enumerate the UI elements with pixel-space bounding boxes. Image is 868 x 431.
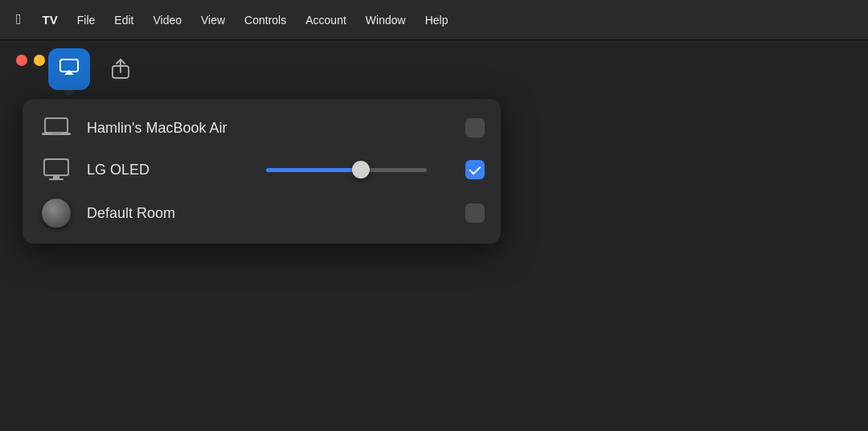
menu-video[interactable]: Video <box>143 0 191 39</box>
airplay-icon <box>58 56 80 82</box>
toolbar <box>48 48 138 90</box>
svg-rect-6 <box>51 133 61 134</box>
menu-account[interactable]: Account <box>296 0 356 39</box>
volume-slider-container[interactable] <box>266 168 427 172</box>
airplay-dropdown: Hamlin's MacBook Air LG OLED <box>23 99 501 244</box>
device-row-macbook[interactable]: Hamlin's MacBook Air <box>23 107 501 149</box>
svg-rect-9 <box>49 179 63 180</box>
macbook-device-name: Hamlin's MacBook Air <box>87 120 452 137</box>
menu-window[interactable]: Window <box>356 0 416 39</box>
share-button[interactable] <box>103 51 138 87</box>
apple-menu[interactable]:  <box>10 0 33 39</box>
minimize-button[interactable] <box>34 55 45 66</box>
menu-view[interactable]: View <box>191 0 235 39</box>
menu-edit[interactable]: Edit <box>104 0 143 39</box>
menubar:  TV File Edit Video View Controls Accou… <box>0 0 868 40</box>
menu-tv[interactable]: TV <box>33 0 68 39</box>
menu-controls[interactable]: Controls <box>235 0 296 39</box>
share-icon <box>110 58 131 80</box>
device-row-default-room[interactable]: Default Room <box>23 191 501 236</box>
volume-slider[interactable] <box>266 168 427 172</box>
svg-rect-8 <box>53 175 59 179</box>
close-button[interactable] <box>16 55 27 66</box>
window-content: Hamlin's MacBook Air LG OLED <box>0 40 868 431</box>
macbook-checkbox[interactable] <box>465 118 485 138</box>
default-room-checkbox[interactable] <box>465 203 485 223</box>
airplay-button[interactable] <box>48 48 90 90</box>
menu-file[interactable]: File <box>68 0 105 39</box>
lg-oled-checkbox[interactable] <box>465 160 485 179</box>
device-row-lg-oled[interactable]: LG OLED <box>23 149 501 191</box>
monitor-icon <box>39 157 74 183</box>
laptop-icon <box>39 115 74 141</box>
svg-rect-4 <box>45 118 68 133</box>
svg-rect-0 <box>60 60 78 72</box>
default-room-device-name: Default Room <box>87 205 452 222</box>
homepod-icon <box>39 199 74 228</box>
svg-rect-7 <box>44 159 68 175</box>
menu-help[interactable]: Help <box>416 0 458 39</box>
lg-oled-device-name: LG OLED <box>87 162 253 179</box>
